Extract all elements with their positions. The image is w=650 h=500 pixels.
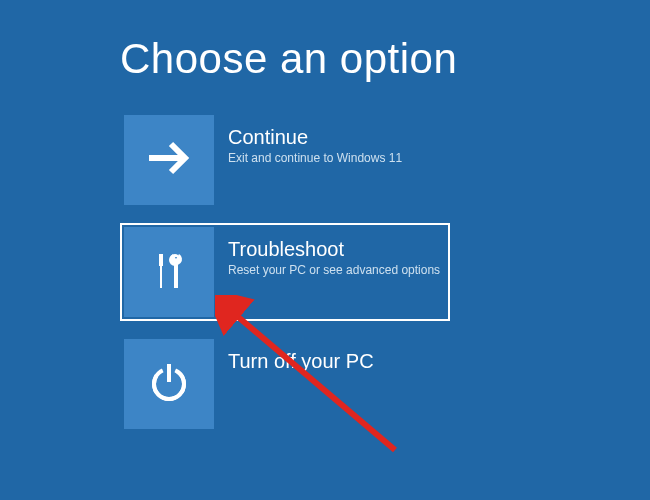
option-troubleshoot[interactable]: Troubleshoot Reset your PC or see advanc… — [120, 223, 450, 321]
page-title: Choose an option — [120, 35, 650, 83]
power-icon — [145, 358, 193, 410]
option-title: Turn off your PC — [228, 349, 374, 373]
option-turnoff[interactable]: Turn off your PC — [120, 335, 450, 433]
svg-rect-4 — [175, 263, 178, 288]
options-list: Continue Exit and continue to Windows 11 — [120, 111, 650, 433]
svg-rect-0 — [159, 254, 163, 266]
troubleshoot-tile — [124, 227, 214, 317]
arrow-right-icon — [143, 132, 195, 188]
tools-icon — [143, 244, 195, 300]
option-title: Continue — [228, 125, 402, 149]
option-title: Troubleshoot — [228, 237, 440, 261]
svg-rect-1 — [160, 266, 162, 288]
option-continue[interactable]: Continue Exit and continue to Windows 11 — [120, 111, 450, 209]
option-desc: Reset your PC or see advanced options — [228, 263, 440, 279]
turnoff-tile — [124, 339, 214, 429]
option-desc: Exit and continue to Windows 11 — [228, 151, 402, 167]
continue-tile — [124, 115, 214, 205]
